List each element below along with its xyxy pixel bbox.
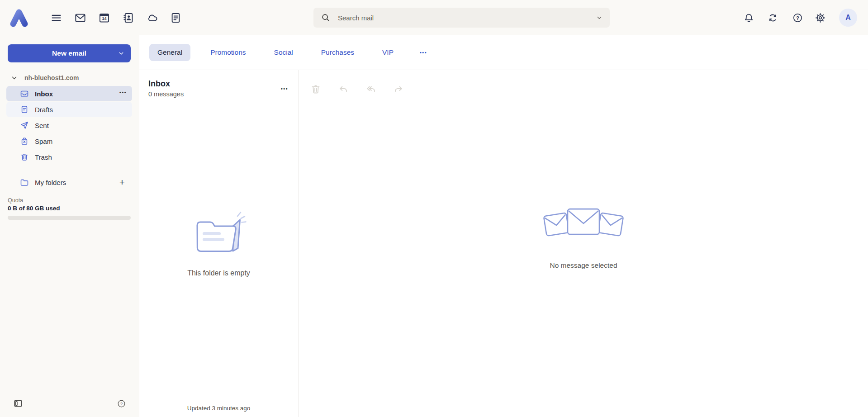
tabs-more-icon[interactable]: ••• <box>417 45 430 60</box>
empty-folder-state: This folder is empty <box>139 210 298 277</box>
menu-icon[interactable] <box>47 9 65 27</box>
search-icon <box>321 13 331 23</box>
empty-folder-illustration <box>189 210 249 257</box>
envelopes-illustration <box>541 203 626 244</box>
inbox-more-icon[interactable]: ••• <box>119 90 127 95</box>
new-email-label: New email <box>52 49 86 57</box>
sidebar-help-icon[interactable]: ? <box>114 396 128 411</box>
last-updated-status: Updated 3 minutes ago <box>139 405 298 412</box>
new-email-button[interactable]: New email <box>8 44 131 62</box>
sidebar: New email nh-bluehost1.com Inbox ••• Dra… <box>0 35 139 417</box>
sync-icon[interactable] <box>764 9 782 27</box>
notes-app-icon[interactable] <box>166 9 185 27</box>
account-chevron-down-icon[interactable] <box>11 75 18 81</box>
content-area: General Promotions Social Purchases VIP … <box>139 35 868 417</box>
message-count: 0 messages <box>148 90 184 98</box>
help-glyph: ? <box>796 15 799 20</box>
reply-all-icon[interactable] <box>364 82 378 96</box>
tab-vip[interactable]: VIP <box>374 44 402 61</box>
quota-progress-bar <box>8 216 131 220</box>
folder-label: Sent <box>35 122 49 129</box>
tab-promotions[interactable]: Promotions <box>202 44 254 61</box>
new-email-chevron-down-icon[interactable] <box>118 50 125 57</box>
account-name: nh-bluehost1.com <box>24 74 79 81</box>
no-message-text: No message selected <box>550 261 617 270</box>
folder-icon <box>20 178 29 187</box>
empty-folder-text: This folder is empty <box>187 269 250 277</box>
help-icon[interactable]: ? <box>788 9 806 27</box>
reply-icon[interactable] <box>337 82 350 96</box>
folder-label: Spam <box>35 137 52 145</box>
folder-label: Drafts <box>35 106 53 114</box>
sent-paper-plane-icon <box>20 121 29 130</box>
sidebar-item-inbox[interactable]: Inbox ••• <box>6 86 132 101</box>
search-bar <box>313 8 610 28</box>
trash-icon <box>20 152 29 161</box>
folder-title: Inbox <box>148 79 170 89</box>
collapse-sidebar-icon[interactable] <box>11 396 25 411</box>
add-folder-button[interactable]: + <box>116 176 128 189</box>
drafts-document-icon <box>20 105 29 114</box>
quota-label: Quota <box>8 197 131 204</box>
quota-section: Quota 0 B of 80 GB used <box>8 197 131 220</box>
avatar[interactable]: A <box>839 9 857 27</box>
spam-junk-icon <box>20 137 29 146</box>
folder-label: Inbox <box>35 90 53 98</box>
message-toolbar <box>309 82 419 96</box>
category-tabs: General Promotions Social Purchases VIP … <box>139 35 868 70</box>
search-options-chevron-down-icon[interactable] <box>595 14 603 22</box>
cloud-app-icon[interactable] <box>143 9 161 27</box>
account-row[interactable]: nh-bluehost1.com <box>11 74 79 81</box>
sidebar-item-spam[interactable]: Spam <box>6 133 132 149</box>
tab-purchases[interactable]: Purchases <box>313 44 362 61</box>
folder-list: Inbox ••• Drafts Sent Spam <box>6 86 132 165</box>
list-more-icon[interactable]: ••• <box>278 82 291 95</box>
no-message-state: No message selected <box>299 203 868 270</box>
mail-app-icon[interactable] <box>71 9 89 27</box>
app-logo-icon[interactable] <box>7 6 31 29</box>
help-glyph: ? <box>120 401 122 406</box>
my-folders-label: My folders <box>35 179 66 186</box>
sidebar-item-sent[interactable]: Sent <box>6 118 132 133</box>
settings-gear-icon[interactable] <box>811 9 829 27</box>
search-input[interactable] <box>338 14 595 22</box>
sidebar-item-my-folders[interactable]: My folders + <box>6 175 132 190</box>
quota-usage: 0 B of 80 GB used <box>8 205 131 212</box>
reading-pane: No message selected <box>299 70 868 417</box>
message-list-pane: Inbox 0 messages ••• This folder is empt… <box>139 70 299 417</box>
inbox-tray-icon <box>20 89 29 98</box>
delete-trash-icon[interactable] <box>309 82 323 96</box>
folder-label: Trash <box>35 153 52 161</box>
calendar-app-icon[interactable]: 14 <box>95 9 113 27</box>
tab-social[interactable]: Social <box>266 44 301 61</box>
sidebar-item-trash[interactable]: Trash <box>6 149 132 165</box>
top-bar: 14 <box>0 0 868 35</box>
contacts-app-icon[interactable] <box>119 9 137 27</box>
tab-general[interactable]: General <box>149 44 190 61</box>
notifications-bell-icon[interactable] <box>740 9 758 27</box>
forward-icon[interactable] <box>392 82 405 96</box>
sidebar-item-drafts[interactable]: Drafts <box>6 102 132 117</box>
calendar-day-label: 14 <box>102 16 106 21</box>
